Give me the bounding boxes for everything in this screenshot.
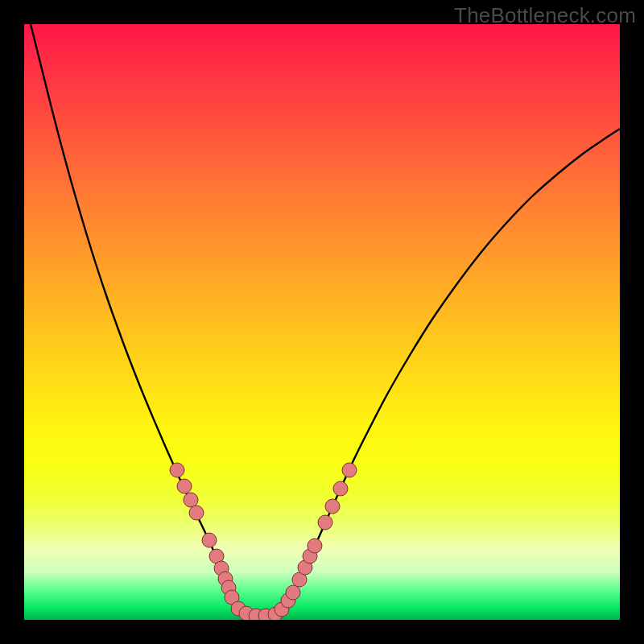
plot-area: [24, 24, 620, 620]
data-dot: [318, 515, 332, 530]
data-dot: [325, 499, 340, 514]
dot-cluster-right: [268, 463, 357, 620]
chart-svg: [24, 24, 620, 620]
dot-cluster-left: [170, 463, 273, 620]
watermark-text: TheBottleneck.com: [454, 3, 636, 28]
data-dot: [170, 463, 184, 477]
data-dot: [184, 493, 198, 507]
data-dot: [286, 585, 300, 600]
data-dot: [202, 533, 217, 547]
data-dot: [177, 479, 192, 493]
chart-frame: TheBottleneck.com: [0, 0, 644, 644]
data-dot: [308, 539, 322, 553]
data-dot: [189, 506, 204, 520]
data-dot: [342, 463, 357, 477]
data-dot: [333, 481, 348, 496]
